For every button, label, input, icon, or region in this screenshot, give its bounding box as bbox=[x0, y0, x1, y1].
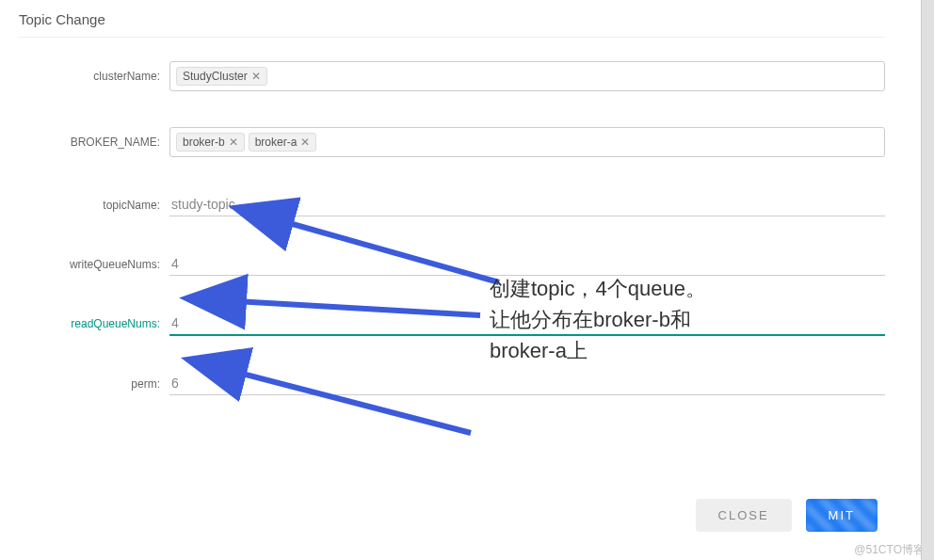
close-icon[interactable]: ✕ bbox=[300, 136, 310, 149]
label-topic-name: topicName: bbox=[47, 199, 169, 212]
topic-name-input[interactable] bbox=[169, 193, 885, 216]
dialog-footer: CLOSE MIT bbox=[668, 489, 906, 541]
label-read-queue: readQueueNums: bbox=[47, 317, 169, 330]
tag-label: broker-a bbox=[255, 136, 298, 149]
tag-study-cluster[interactable]: StudyCluster ✕ bbox=[176, 67, 267, 86]
label-write-queue: writeQueueNums: bbox=[47, 258, 169, 271]
tag-broker-a[interactable]: broker-a ✕ bbox=[249, 133, 317, 152]
annotation-line-1: 创建topic，4个queue。 bbox=[490, 273, 706, 304]
close-icon[interactable]: ✕ bbox=[229, 136, 238, 149]
tag-label: broker-b bbox=[183, 136, 225, 149]
watermark: @51CTO博客 bbox=[854, 542, 925, 558]
scrollbar[interactable] bbox=[921, 0, 934, 560]
perm-input[interactable] bbox=[169, 372, 885, 395]
commit-button[interactable]: MIT bbox=[806, 499, 878, 532]
row-read-queue: readQueueNums: bbox=[19, 312, 885, 336]
row-cluster-name: clusterName: StudyCluster ✕ bbox=[19, 61, 885, 91]
annotation-text: 创建topic，4个queue。 让他分布在broker-b和 broker-a… bbox=[490, 273, 706, 366]
dialog-title: Topic Change bbox=[19, 11, 885, 38]
label-broker-name: BROKER_NAME: bbox=[47, 136, 169, 149]
broker-name-input[interactable]: broker-b ✕ broker-a ✕ bbox=[169, 127, 885, 157]
tag-broker-b[interactable]: broker-b ✕ bbox=[176, 133, 245, 152]
row-write-queue: writeQueueNums: bbox=[19, 252, 885, 276]
annotation-line-2: 让他分布在broker-b和 bbox=[490, 304, 706, 335]
blur-overlay bbox=[806, 499, 878, 532]
cluster-name-input[interactable]: StudyCluster ✕ bbox=[169, 61, 885, 91]
close-icon[interactable]: ✕ bbox=[251, 70, 261, 83]
row-topic-name: topicName: bbox=[19, 193, 885, 216]
annotation-line-3: broker-a上 bbox=[490, 335, 706, 366]
close-button[interactable]: CLOSE bbox=[696, 499, 792, 532]
label-cluster-name: clusterName: bbox=[47, 70, 169, 83]
label-perm: perm: bbox=[47, 377, 169, 391]
tag-label: StudyCluster bbox=[183, 70, 248, 83]
row-broker-name: BROKER_NAME: broker-b ✕ broker-a ✕ bbox=[19, 127, 885, 157]
row-perm: perm: bbox=[19, 372, 885, 395]
topic-change-dialog: Topic Change clusterName: StudyCluster ✕… bbox=[0, 0, 904, 395]
